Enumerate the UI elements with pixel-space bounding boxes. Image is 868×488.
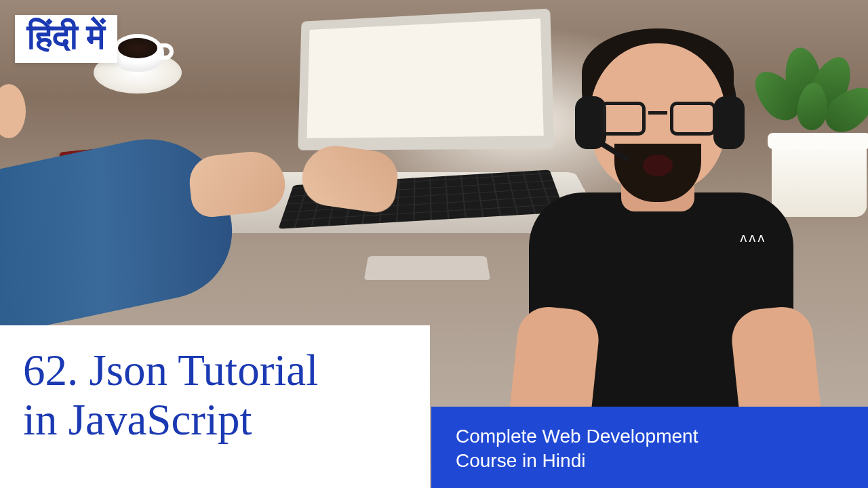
- presenter-figure: ᴧᴧᴧ: [502, 16, 814, 450]
- subtitle-line-2: Course in Hindi: [456, 449, 848, 473]
- title-card: 62. Json Tutorial in JavaScript: [0, 325, 430, 488]
- headphones-earcup-icon: [713, 96, 745, 149]
- subtitle-line-1: Complete Web Development: [456, 424, 848, 449]
- laptop-trackpad: [364, 256, 490, 280]
- language-badge-text: हिंदी में: [27, 18, 105, 56]
- title-line-2: in JavaScript: [23, 395, 411, 445]
- glasses-icon: [599, 102, 716, 137]
- language-badge: हिंदी में: [15, 15, 117, 63]
- subtitle-card: Complete Web Development Course in Hindi: [431, 407, 868, 488]
- shirt-logo: ᴧᴧᴧ: [740, 230, 766, 245]
- title-line-1: 62. Json Tutorial: [23, 346, 411, 395]
